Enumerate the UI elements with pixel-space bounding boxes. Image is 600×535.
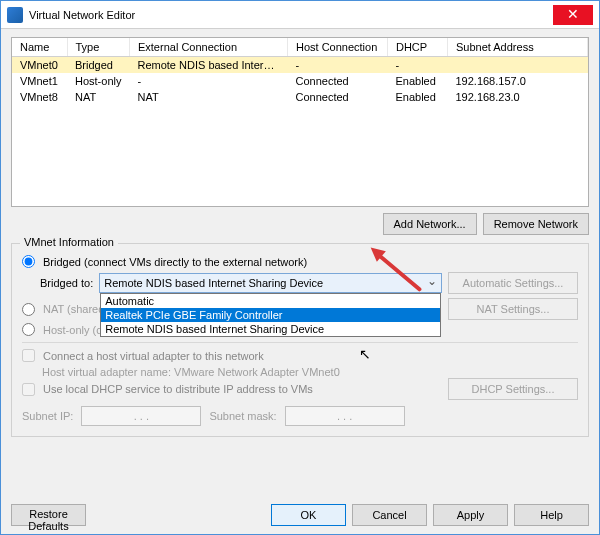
nat-radio[interactable] <box>22 303 35 316</box>
close-button[interactable]: ✕ <box>553 5 593 25</box>
cell: Enabled <box>387 89 447 105</box>
network-table: NameTypeExternal ConnectionHost Connecti… <box>11 37 589 207</box>
apply-button[interactable]: Apply <box>433 504 508 526</box>
col-header[interactable]: Type <box>67 38 129 57</box>
col-header[interactable]: Subnet Address <box>447 38 587 57</box>
table-row[interactable]: VMnet8NATNATConnectedEnabled192.168.23.0 <box>12 89 588 105</box>
cell: Connected <box>287 73 387 89</box>
cell: - <box>387 57 447 74</box>
adapter-name-text: Host virtual adapter name: VMware Networ… <box>42 366 578 378</box>
option-remote-ndis[interactable]: Remote NDIS based Internet Sharing Devic… <box>101 322 440 336</box>
cell: VMnet1 <box>12 73 67 89</box>
bridged-to-select[interactable]: Remote NDIS based Internet Sharing Devic… <box>99 273 442 293</box>
subnet-mask-label: Subnet mask: <box>209 410 276 422</box>
hostonly-radio[interactable] <box>22 323 35 336</box>
connect-adapter-label: Connect a host virtual adapter to this n… <box>43 350 264 362</box>
cell: 192.168.23.0 <box>447 89 587 105</box>
cell: 192.168.157.0 <box>447 73 587 89</box>
option-automatic[interactable]: Automatic <box>101 294 440 308</box>
nat-label: NAT (shared <box>43 303 104 315</box>
cell: - <box>129 73 287 89</box>
footer: Restore Defaults OK Cancel Apply Help <box>11 504 589 526</box>
app-icon <box>7 7 23 23</box>
table-row[interactable]: VMnet0BridgedRemote NDIS based Interne..… <box>12 57 588 74</box>
cell: NAT <box>129 89 287 105</box>
cell: Enabled <box>387 73 447 89</box>
titlebar: Virtual Network Editor ✕ <box>1 1 599 29</box>
group-title: VMnet Information <box>20 236 118 248</box>
cell: VMnet8 <box>12 89 67 105</box>
col-header[interactable]: Name <box>12 38 67 57</box>
cancel-button[interactable]: Cancel <box>352 504 427 526</box>
use-dhcp-label: Use local DHCP service to distribute IP … <box>43 383 313 395</box>
dhcp-settings-button[interactable]: DHCP Settings... <box>448 378 578 400</box>
bridged-label: Bridged (connect VMs directly to the ext… <box>43 256 307 268</box>
subnet-mask-input[interactable]: . . . <box>285 406 405 426</box>
cell: - <box>287 57 387 74</box>
window: Virtual Network Editor ✕ NameTypeExterna… <box>0 0 600 535</box>
bridged-radio[interactable] <box>22 255 35 268</box>
restore-defaults-button[interactable]: Restore Defaults <box>11 504 86 526</box>
cursor-icon: ↖ <box>359 346 371 362</box>
table-row[interactable]: VMnet1Host-only-ConnectedEnabled192.168.… <box>12 73 588 89</box>
cell: VMnet0 <box>12 57 67 74</box>
option-realtek[interactable]: Realtek PCIe GBE Family Controller <box>101 308 440 322</box>
cell <box>447 57 587 74</box>
subnet-ip-input[interactable]: . . . <box>81 406 201 426</box>
bridged-dropdown: Automatic Realtek PCIe GBE Family Contro… <box>100 293 441 337</box>
remove-network-button[interactable]: Remove Network <box>483 213 589 235</box>
cell: NAT <box>67 89 129 105</box>
cell: Host-only <box>67 73 129 89</box>
ok-button[interactable]: OK <box>271 504 346 526</box>
add-network-button[interactable]: Add Network... <box>383 213 477 235</box>
col-header[interactable]: DHCP <box>387 38 447 57</box>
use-dhcp-checkbox[interactable] <box>22 383 35 396</box>
connect-adapter-checkbox[interactable] <box>22 349 35 362</box>
subnet-ip-label: Subnet IP: <box>22 410 73 422</box>
help-button[interactable]: Help <box>514 504 589 526</box>
nat-settings-button[interactable]: NAT Settings... <box>448 298 578 320</box>
annotation-arrow <box>375 250 435 254</box>
automatic-settings-button[interactable]: Automatic Settings... <box>448 272 578 294</box>
col-header[interactable]: External Connection <box>129 38 287 57</box>
cell: Bridged <box>67 57 129 74</box>
vmnet-info-group: VMnet Information Bridged (connect VMs d… <box>11 243 589 437</box>
bridged-to-label: Bridged to: <box>40 277 93 289</box>
col-header[interactable]: Host Connection <box>287 38 387 57</box>
window-title: Virtual Network Editor <box>29 9 553 21</box>
select-value: Remote NDIS based Internet Sharing Devic… <box>104 277 323 289</box>
cell: Connected <box>287 89 387 105</box>
cell: Remote NDIS based Interne... <box>129 57 287 74</box>
